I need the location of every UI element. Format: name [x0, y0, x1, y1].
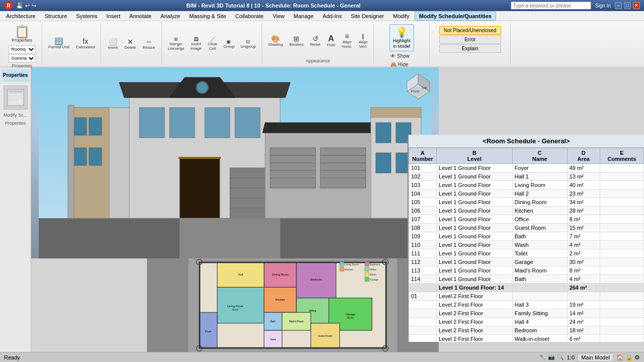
properties-text[interactable]: Properties [5, 121, 26, 126]
svg-text:Front: Front [411, 89, 419, 93]
3d-view[interactable]: Front Top [31, 67, 439, 258]
svg-rect-84 [199, 262, 200, 348]
insert-image-button[interactable]: 🖼 InsertImage [188, 35, 204, 52]
font-button[interactable]: A Font [325, 33, 338, 49]
floor-plan-viewport[interactable]: Living Room 40 m² Kitchen Dining Room Be… [147, 258, 439, 352]
menu-modify-schedule[interactable]: Modify Schedule/Quantities [415, 12, 496, 21]
table-row: Level 2 First Floor Hall 4 24 m² [409, 318, 644, 326]
menu-manage[interactable]: Manage [290, 12, 318, 20]
svg-rect-14 [68, 105, 74, 218]
svg-rect-95 [365, 262, 369, 266]
shading-button[interactable]: 🎨 Shading [266, 34, 285, 48]
insert-button[interactable]: ⬜ Insert [105, 37, 120, 51]
merge-button[interactable]: ⊞ Merge/Unmerge [166, 35, 187, 52]
properties-sidebar: Properties Modify Sc... Properties [0, 67, 31, 352]
schedule-table-wrapper[interactable]: A Number B Level C Name D [409, 148, 644, 342]
svg-rect-83 [199, 347, 386, 348]
delete-button[interactable]: ✕ Delete [122, 37, 138, 51]
comments-dropdown[interactable]: Comments [9, 54, 36, 62]
align-horiz-button[interactable]: ≡ AlignHoriz. [339, 31, 355, 50]
highlight-in-model-button[interactable]: 💡 Highlightin Model [389, 24, 414, 51]
viewport-area: Front Top Project Browser - BIM - Revit … [31, 67, 439, 352]
menu-modify[interactable]: Modify [389, 12, 413, 20]
svg-rect-91 [340, 262, 344, 266]
menu-sitedesigner[interactable]: Site Designer [347, 12, 388, 20]
svg-text:Guest Room: Guest Room [318, 334, 332, 337]
col-header-b: B Level [437, 148, 513, 164]
svg-rect-4 [9, 98, 23, 99]
rooms-dropdown[interactable]: Rooms [9, 45, 36, 53]
menu-architecture[interactable]: Architecture [2, 12, 40, 20]
ungroup-button[interactable]: ⊟ Ungroup [238, 38, 259, 50]
svg-marker-31 [263, 123, 378, 133]
svg-text:Office: Office [370, 268, 376, 271]
menu-bar: Architecture Structure Systems Insert An… [0, 11, 644, 21]
menu-addins[interactable]: Add-Ins [318, 12, 346, 20]
group-button[interactable]: ▣ Group [221, 38, 237, 50]
svg-rect-18 [139, 108, 165, 138]
resize-icon: ↔ [145, 38, 152, 45]
clear-cell-button[interactable]: 🧹 ClearCell [205, 35, 220, 52]
col-header-d: D Area [567, 148, 600, 164]
svg-text:Top: Top [421, 86, 427, 90]
svg-text:Bedroom: Bedroom [370, 263, 380, 266]
minimize-button[interactable]: ─ [615, 2, 622, 9]
main-model-label: Main Model [578, 353, 613, 361]
svg-rect-99 [365, 272, 369, 277]
svg-rect-20 [205, 108, 230, 138]
sign-in-link[interactable]: Sign In [595, 3, 611, 9]
schedule-title: <Room Schedule - General> [409, 135, 644, 148]
svg-text:Living Room: Living Room [345, 263, 359, 266]
svg-text:Bedroom: Bedroom [310, 278, 322, 281]
table-row: Level 2 First Floor Walk-in-closet 6 m² [409, 335, 644, 342]
menu-insert[interactable]: Insert [103, 12, 125, 20]
borders-button[interactable]: ⊞ Borders [287, 34, 306, 48]
format-unit-button[interactable]: 🔢 Format Unit [46, 36, 72, 51]
app-logo: R [4, 1, 13, 10]
menu-collaborate[interactable]: Collaborate [231, 12, 268, 20]
properties-panel-button[interactable]: Properties [2, 69, 30, 81]
reset-icon: ↺ [312, 35, 318, 42]
schedule-panel: <Room Schedule - General> A Number B Lev… [408, 135, 644, 342]
close-button[interactable]: ✕ [633, 2, 640, 9]
svg-rect-44 [376, 123, 391, 143]
reset-button[interactable]: ↺ Reset [307, 34, 323, 48]
menu-structure[interactable]: Structure [41, 12, 71, 20]
svg-text:Foyer: Foyer [205, 330, 211, 333]
svg-rect-1 [9, 90, 23, 93]
svg-rect-17 [179, 157, 221, 159]
explain-button[interactable]: Explain [439, 44, 501, 53]
view-cube[interactable]: Front Top [402, 71, 435, 104]
properties-button[interactable]: 📋 Properties [9, 24, 35, 44]
search-input[interactable] [511, 2, 591, 10]
svg-rect-46 [376, 153, 391, 173]
ribbon-group-rows: ⊞ Merge/Unmerge 🖼 InsertImage 🧹 ClearCel… [163, 23, 262, 64]
maximize-button[interactable]: □ [624, 2, 631, 9]
svg-rect-5 [9, 100, 19, 101]
menu-view[interactable]: View [269, 12, 289, 20]
error-button[interactable]: Error [439, 35, 501, 44]
not-placed-button[interactable]: Not Placed/Unenclosed [439, 26, 501, 35]
svg-text:30 m²: 30 m² [347, 316, 354, 319]
ribbon-group-edit: ⬜ Insert ✕ Delete ↔ Resize [102, 23, 162, 64]
table-row: 102 Level 1 Ground Floor Hall 1 13 m² [409, 172, 644, 181]
menu-annotate[interactable]: Annotate [125, 12, 155, 20]
table-row: 105 Level 1 Ground Floor Dining Room 34 … [409, 198, 644, 207]
menu-massing[interactable]: Massing & Site [185, 12, 230, 20]
menu-systems[interactable]: Systems [72, 12, 101, 20]
resize-button[interactable]: ↔ Resize [140, 37, 157, 51]
insert-icon: ⬜ [109, 38, 117, 45]
table-row: 108 Level 1 Ground Floor Guest Room 15 m… [409, 224, 644, 232]
svg-text:Kitchen: Kitchen [275, 298, 285, 301]
svg-text:Bath: Bath [271, 320, 276, 323]
svg-text:Kitchen: Kitchen [345, 268, 353, 271]
calculated-icon: fx [83, 38, 88, 45]
calculated-button[interactable]: fx Calculated [73, 36, 98, 51]
svg-text:Garage: Garage [370, 278, 378, 281]
menu-analyze[interactable]: Analyze [156, 12, 184, 20]
zoom-level: 1:0 [567, 354, 575, 360]
align-vert-button[interactable]: ⫿ AlignVert. [356, 31, 370, 50]
shading-icon: 🎨 [271, 35, 280, 42]
window-title: BIM - Revit 3D Tutorial 8 | 10 - Schedul… [36, 3, 511, 9]
show-button[interactable]: 👁 Show [388, 52, 415, 60]
